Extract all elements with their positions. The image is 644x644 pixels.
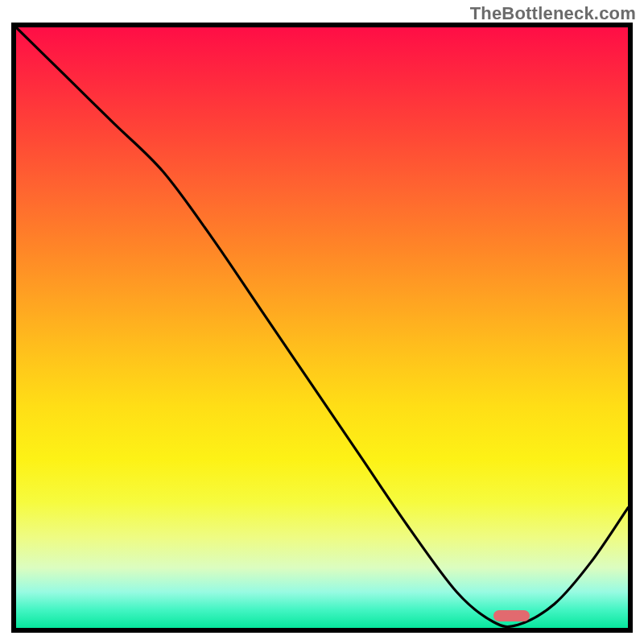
watermark-text: TheBottleneck.com <box>470 3 636 24</box>
bottleneck-curve <box>16 27 628 628</box>
plot-area <box>11 23 633 633</box>
optimal-range-marker <box>493 610 530 621</box>
curve-path <box>16 27 628 627</box>
chart-container: TheBottleneck.com <box>0 0 644 644</box>
